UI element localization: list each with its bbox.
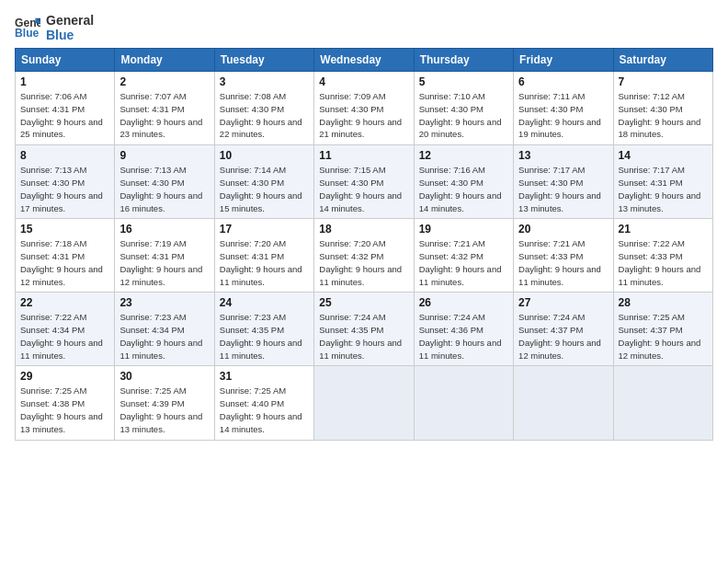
weekday-header-row: SundayMondayTuesdayWednesdayThursdayFrid… <box>16 49 713 72</box>
logo: General Blue General Blue <box>15 13 94 42</box>
day-number: 29 <box>20 370 109 383</box>
day-detail: Sunrise: 7:21 AMSunset: 4:33 PMDaylight:… <box>518 237 608 288</box>
calendar-cell: 15 Sunrise: 7:18 AMSunset: 4:31 PMDaylig… <box>16 219 115 293</box>
calendar-week-2: 8 Sunrise: 7:13 AMSunset: 4:30 PMDayligh… <box>16 145 713 219</box>
day-number: 8 <box>20 149 109 162</box>
weekday-header-tuesday: Tuesday <box>214 49 313 72</box>
day-number: 18 <box>319 223 408 236</box>
day-number: 26 <box>419 296 508 309</box>
page-container: General Blue General Blue SundayMondayTu… <box>0 0 728 450</box>
day-detail: Sunrise: 7:20 AMSunset: 4:32 PMDaylight:… <box>319 237 408 288</box>
calendar-cell: 10 Sunrise: 7:14 AMSunset: 4:30 PMDaylig… <box>214 145 313 219</box>
calendar-cell: 5 Sunrise: 7:10 AMSunset: 4:30 PMDayligh… <box>414 72 513 145</box>
calendar-week-1: 1 Sunrise: 7:06 AMSunset: 4:31 PMDayligh… <box>16 72 713 145</box>
calendar-cell: 16 Sunrise: 7:19 AMSunset: 4:31 PMDaylig… <box>115 219 214 293</box>
calendar-cell: 1 Sunrise: 7:06 AMSunset: 4:31 PMDayligh… <box>16 72 115 145</box>
day-number: 23 <box>119 296 209 309</box>
calendar-cell: 24 Sunrise: 7:23 AMSunset: 4:35 PMDaylig… <box>214 293 313 366</box>
calendar-cell: 3 Sunrise: 7:08 AMSunset: 4:30 PMDayligh… <box>214 72 313 145</box>
calendar-week-3: 15 Sunrise: 7:18 AMSunset: 4:31 PMDaylig… <box>16 219 713 293</box>
day-detail: Sunrise: 7:15 AMSunset: 4:30 PMDaylight:… <box>319 164 408 214</box>
weekday-header-monday: Monday <box>115 49 214 72</box>
calendar-week-4: 22 Sunrise: 7:22 AMSunset: 4:34 PMDaylig… <box>16 293 713 366</box>
day-number: 7 <box>619 75 708 88</box>
calendar-cell: 25 Sunrise: 7:24 AMSunset: 4:35 PMDaylig… <box>314 293 414 366</box>
day-number: 19 <box>419 223 508 236</box>
calendar-cell: 6 Sunrise: 7:11 AMSunset: 4:30 PMDayligh… <box>514 72 613 145</box>
calendar-cell: 9 Sunrise: 7:13 AMSunset: 4:30 PMDayligh… <box>115 145 214 219</box>
day-detail: Sunrise: 7:19 AMSunset: 4:31 PMDaylight:… <box>119 237 209 288</box>
calendar-cell <box>414 366 513 440</box>
calendar-cell: 14 Sunrise: 7:17 AMSunset: 4:31 PMDaylig… <box>613 145 712 219</box>
calendar-cell: 29 Sunrise: 7:25 AMSunset: 4:38 PMDaylig… <box>16 366 115 440</box>
logo-blue: Blue <box>46 28 94 42</box>
day-number: 24 <box>220 296 309 309</box>
calendar-cell <box>514 366 613 440</box>
logo-icon: General Blue <box>15 15 40 40</box>
day-number: 10 <box>220 149 309 162</box>
calendar-cell: 28 Sunrise: 7:25 AMSunset: 4:37 PMDaylig… <box>613 293 712 366</box>
calendar-cell: 7 Sunrise: 7:12 AMSunset: 4:30 PMDayligh… <box>613 72 712 145</box>
calendar-cell: 19 Sunrise: 7:21 AMSunset: 4:32 PMDaylig… <box>414 219 513 293</box>
calendar-cell: 17 Sunrise: 7:20 AMSunset: 4:31 PMDaylig… <box>214 219 313 293</box>
day-detail: Sunrise: 7:06 AMSunset: 4:31 PMDaylight:… <box>20 90 109 141</box>
calendar-cell: 18 Sunrise: 7:20 AMSunset: 4:32 PMDaylig… <box>314 219 414 293</box>
calendar-cell: 22 Sunrise: 7:22 AMSunset: 4:34 PMDaylig… <box>16 293 115 366</box>
day-detail: Sunrise: 7:17 AMSunset: 4:31 PMDaylight:… <box>619 164 708 214</box>
day-number: 14 <box>619 149 708 162</box>
header: General Blue General Blue <box>15 13 713 42</box>
day-number: 17 <box>220 223 309 236</box>
calendar-cell: 23 Sunrise: 7:23 AMSunset: 4:34 PMDaylig… <box>115 293 214 366</box>
day-detail: Sunrise: 7:07 AMSunset: 4:31 PMDaylight:… <box>119 90 209 141</box>
day-number: 27 <box>518 296 608 309</box>
day-number: 11 <box>319 149 408 162</box>
weekday-header-thursday: Thursday <box>414 49 513 72</box>
calendar-cell: 13 Sunrise: 7:17 AMSunset: 4:30 PMDaylig… <box>514 145 613 219</box>
calendar-week-5: 29 Sunrise: 7:25 AMSunset: 4:38 PMDaylig… <box>16 366 713 440</box>
weekday-header-friday: Friday <box>514 49 613 72</box>
day-detail: Sunrise: 7:25 AMSunset: 4:39 PMDaylight:… <box>119 385 209 435</box>
day-detail: Sunrise: 7:21 AMSunset: 4:32 PMDaylight:… <box>419 237 508 288</box>
weekday-header-sunday: Sunday <box>16 49 115 72</box>
day-detail: Sunrise: 7:13 AMSunset: 4:30 PMDaylight:… <box>20 164 109 214</box>
day-detail: Sunrise: 7:16 AMSunset: 4:30 PMDaylight:… <box>419 164 508 214</box>
day-detail: Sunrise: 7:25 AMSunset: 4:38 PMDaylight:… <box>20 385 109 435</box>
day-detail: Sunrise: 7:17 AMSunset: 4:30 PMDaylight:… <box>518 164 608 214</box>
day-number: 28 <box>619 296 708 309</box>
calendar-table: SundayMondayTuesdayWednesdayThursdayFrid… <box>15 48 713 440</box>
calendar-cell: 27 Sunrise: 7:24 AMSunset: 4:37 PMDaylig… <box>514 293 613 366</box>
day-detail: Sunrise: 7:10 AMSunset: 4:30 PMDaylight:… <box>419 90 508 141</box>
day-number: 4 <box>319 75 408 88</box>
day-number: 12 <box>419 149 508 162</box>
day-detail: Sunrise: 7:23 AMSunset: 4:35 PMDaylight:… <box>220 311 309 362</box>
day-number: 16 <box>119 223 209 236</box>
day-number: 20 <box>518 223 608 236</box>
day-detail: Sunrise: 7:08 AMSunset: 4:30 PMDaylight:… <box>220 90 309 141</box>
calendar-cell: 2 Sunrise: 7:07 AMSunset: 4:31 PMDayligh… <box>115 72 214 145</box>
calendar-cell: 31 Sunrise: 7:25 AMSunset: 4:40 PMDaylig… <box>214 366 313 440</box>
day-number: 22 <box>20 296 109 309</box>
logo-general: General <box>46 13 94 28</box>
day-number: 3 <box>220 75 309 88</box>
day-detail: Sunrise: 7:22 AMSunset: 4:34 PMDaylight:… <box>20 311 109 362</box>
weekday-header-wednesday: Wednesday <box>314 49 414 72</box>
calendar-cell: 26 Sunrise: 7:24 AMSunset: 4:36 PMDaylig… <box>414 293 513 366</box>
calendar-cell: 21 Sunrise: 7:22 AMSunset: 4:33 PMDaylig… <box>613 219 712 293</box>
day-number: 15 <box>20 223 109 236</box>
calendar-cell: 11 Sunrise: 7:15 AMSunset: 4:30 PMDaylig… <box>314 145 414 219</box>
calendar-cell <box>613 366 712 440</box>
day-number: 30 <box>119 370 209 383</box>
weekday-header-saturday: Saturday <box>613 49 712 72</box>
day-detail: Sunrise: 7:25 AMSunset: 4:37 PMDaylight:… <box>619 311 708 362</box>
day-detail: Sunrise: 7:18 AMSunset: 4:31 PMDaylight:… <box>20 237 109 288</box>
svg-text:Blue: Blue <box>15 27 40 40</box>
day-detail: Sunrise: 7:23 AMSunset: 4:34 PMDaylight:… <box>119 311 209 362</box>
calendar-cell: 4 Sunrise: 7:09 AMSunset: 4:30 PMDayligh… <box>314 72 414 145</box>
day-number: 6 <box>518 75 608 88</box>
day-number: 21 <box>619 223 708 236</box>
day-detail: Sunrise: 7:12 AMSunset: 4:30 PMDaylight:… <box>619 90 708 141</box>
day-detail: Sunrise: 7:09 AMSunset: 4:30 PMDaylight:… <box>319 90 408 141</box>
day-number: 5 <box>419 75 508 88</box>
calendar-cell: 8 Sunrise: 7:13 AMSunset: 4:30 PMDayligh… <box>16 145 115 219</box>
day-detail: Sunrise: 7:14 AMSunset: 4:30 PMDaylight:… <box>220 164 309 214</box>
